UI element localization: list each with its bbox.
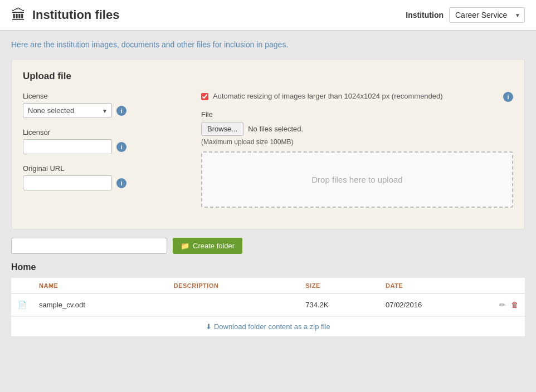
- delete-button[interactable]: 🗑: [510, 300, 519, 310]
- pencil-icon: ✏: [499, 301, 505, 309]
- edit-button[interactable]: ✏: [498, 300, 506, 310]
- upload-panel: Upload file License None selected CC BY …: [11, 59, 525, 229]
- original-url-info-icon[interactable]: i: [116, 178, 126, 188]
- original-url-row: i: [23, 175, 190, 190]
- create-folder-label: Create folder: [193, 242, 235, 250]
- upload-left: License None selected CC BY CC BY-SA CC …: [23, 92, 190, 218]
- header-right: Institution Career Service: [406, 7, 525, 23]
- max-size-text: (Maximum upload size 100MB): [201, 138, 513, 146]
- institution-label: Institution: [406, 11, 444, 19]
- upload-grid: License None selected CC BY CC BY-SA CC …: [23, 92, 513, 218]
- institution-icon: 🏛: [11, 7, 26, 24]
- row-description: [168, 294, 300, 316]
- col-actions: [491, 278, 525, 294]
- original-url-group: Original URL i: [23, 164, 190, 190]
- license-info-icon[interactable]: i: [116, 106, 126, 116]
- file-table-header: NAME DESCRIPTION SIZE DATE: [11, 278, 525, 294]
- download-link-text: Download folder content as a zip file: [214, 322, 330, 331]
- licensor-label: Licensor: [23, 128, 190, 136]
- browse-button[interactable]: Browse...: [201, 122, 243, 136]
- drop-zone[interactable]: Drop files here to upload: [201, 151, 513, 208]
- row-actions: ✏ 🗑: [491, 294, 525, 316]
- institution-dropdown-wrapper[interactable]: Career Service: [449, 7, 525, 23]
- download-icon: ⬇: [206, 322, 212, 331]
- license-select[interactable]: None selected CC BY CC BY-SA CC BY-ND CC…: [23, 103, 112, 118]
- auto-resize-info-icon[interactable]: i: [503, 92, 513, 102]
- download-row: ⬇ Download folder content as a zip file: [11, 316, 525, 336]
- create-folder-icon: 📁: [181, 242, 189, 250]
- licensor-group: Licensor i: [23, 128, 190, 154]
- drop-zone-text: Drop files here to upload: [311, 175, 402, 184]
- original-url-input[interactable]: [23, 175, 112, 190]
- row-date: 07/02/2016: [380, 294, 491, 316]
- col-name: NAME: [33, 278, 168, 294]
- main-content: Here are the institution images, documen…: [0, 31, 536, 345]
- col-date: DATE: [380, 278, 491, 294]
- col-icon: [11, 278, 33, 294]
- row-name: sample_cv.odt: [33, 294, 168, 316]
- upload-panel-title: Upload file: [23, 71, 513, 82]
- folder-bar: 📁 Create folder: [11, 238, 525, 254]
- licensor-row: i: [23, 139, 190, 154]
- home-label: Home: [11, 262, 525, 272]
- upload-right: Automatic resizing of images larger than…: [201, 92, 513, 218]
- create-folder-button[interactable]: 📁 Create folder: [173, 238, 242, 254]
- file-row: Browse... No files selected.: [201, 122, 513, 136]
- page-subtitle: Here are the institution images, documen…: [11, 39, 525, 51]
- auto-resize-row: Automatic resizing of images larger than…: [201, 92, 513, 102]
- row-size: 734.2K: [300, 294, 380, 316]
- auto-resize-checkbox[interactable]: [201, 93, 208, 100]
- original-url-label: Original URL: [23, 164, 190, 173]
- download-zip-link[interactable]: ⬇ Download folder content as a zip file: [206, 322, 330, 331]
- licensor-info-icon[interactable]: i: [116, 142, 126, 152]
- license-select-wrapper[interactable]: None selected CC BY CC BY-SA CC BY-ND CC…: [23, 103, 112, 118]
- col-size: SIZE: [300, 278, 380, 294]
- license-group: License None selected CC BY CC BY-SA CC …: [23, 92, 190, 118]
- file-table-body: 📄 sample_cv.odt 734.2K 07/02/2016 ✏ 🗑: [11, 294, 525, 316]
- header-left: 🏛 Institution files: [11, 7, 119, 24]
- license-row: None selected CC BY CC BY-SA CC BY-ND CC…: [23, 103, 190, 118]
- folder-name-input[interactable]: [11, 238, 167, 254]
- institution-select[interactable]: Career Service: [449, 7, 525, 23]
- no-files-text: No files selected.: [248, 125, 303, 133]
- table-row: 📄 sample_cv.odt 734.2K 07/02/2016 ✏ 🗑: [11, 294, 525, 316]
- file-label: File: [201, 110, 513, 119]
- trash-icon: 🗑: [511, 301, 518, 309]
- row-icon: 📄: [11, 294, 33, 316]
- page-title: Institution files: [32, 8, 119, 22]
- auto-resize-text: Automatic resizing of images larger than…: [213, 92, 499, 100]
- header: 🏛 Institution files Institution Career S…: [0, 0, 536, 31]
- license-label: License: [23, 92, 190, 100]
- col-description: DESCRIPTION: [168, 278, 300, 294]
- file-table: NAME DESCRIPTION SIZE DATE 📄 sample_cv.o…: [11, 278, 525, 316]
- file-group: File Browse... No files selected. (Maxim…: [201, 110, 513, 208]
- licensor-input[interactable]: [23, 139, 112, 154]
